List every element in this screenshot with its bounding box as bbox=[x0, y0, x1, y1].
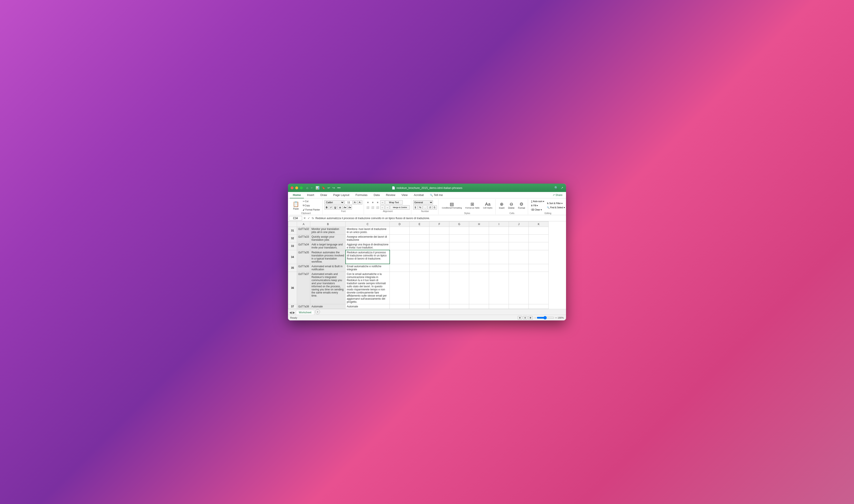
indent-btn[interactable]: ↔ bbox=[380, 200, 385, 204]
format-button[interactable]: ⚙ Format bbox=[516, 199, 527, 212]
table-row[interactable]: 33i1d77a34Add a target language and invi… bbox=[288, 242, 549, 250]
tab-formulas[interactable]: Formulas bbox=[352, 192, 370, 198]
cell-a34[interactable]: i1d77a35 bbox=[297, 250, 310, 264]
font-size-decrease[interactable]: A↓ bbox=[358, 200, 362, 204]
percent-btn[interactable]: % bbox=[418, 205, 422, 210]
home-icon[interactable]: ⌂ bbox=[306, 186, 308, 190]
cell-c34[interactable]: Redokun automatizza il processo di tradu… bbox=[346, 250, 390, 264]
row-header-32[interactable]: 32 bbox=[288, 235, 297, 242]
cell-empty-32-7[interactable] bbox=[529, 235, 549, 242]
row-header-33[interactable]: 33 bbox=[288, 242, 297, 250]
cell-empty-31-0[interactable] bbox=[390, 227, 410, 235]
cell-empty-36-2[interactable] bbox=[430, 272, 449, 304]
align-right[interactable]: ⬜ bbox=[375, 205, 380, 210]
align-top-left[interactable]: ≡ bbox=[366, 200, 370, 204]
cell-empty-36-7[interactable] bbox=[529, 272, 549, 304]
cell-c31[interactable]: Monitora i tuoi lavori di traduzione in … bbox=[346, 227, 390, 235]
cell-empty-37-1[interactable] bbox=[410, 304, 430, 309]
conditional-formatting-button[interactable]: ▤ Conditional Formatting bbox=[440, 199, 464, 212]
col-header-h[interactable]: H bbox=[469, 221, 489, 227]
align-top-right[interactable]: ≡ bbox=[375, 200, 380, 204]
increase-decimal-btn[interactable]: 0. bbox=[433, 205, 437, 210]
cell-empty-34-5[interactable] bbox=[489, 250, 509, 264]
prev-sheet-button[interactable]: ◀ bbox=[289, 311, 292, 314]
format-as-table-button[interactable]: ⊞ Format as Table bbox=[464, 199, 481, 212]
tab-view[interactable]: View bbox=[398, 192, 411, 198]
merge-centre-button[interactable]: Merge & Centre bbox=[390, 205, 410, 210]
cell-b37[interactable]: Automate bbox=[310, 304, 346, 309]
cell-empty-36-5[interactable] bbox=[489, 272, 509, 304]
row-header-37[interactable]: 37 bbox=[288, 304, 297, 309]
cut-button[interactable]: ✂Cut bbox=[302, 199, 321, 203]
col-header-c[interactable]: C bbox=[346, 221, 390, 227]
tab-insert[interactable]: Insert bbox=[304, 192, 317, 198]
page-layout-view-button[interactable]: ⊟ bbox=[523, 316, 527, 320]
font-size-input[interactable] bbox=[345, 200, 352, 204]
italic-button[interactable]: I bbox=[329, 205, 332, 210]
confirm-formula-button[interactable]: ✓ bbox=[307, 216, 310, 220]
cell-empty-37-6[interactable] bbox=[509, 304, 529, 309]
search-icon[interactable]: 🔍 bbox=[554, 186, 558, 190]
cell-a35[interactable]: i1d77a36 bbox=[297, 264, 310, 272]
cell-empty-31-7[interactable] bbox=[529, 227, 549, 235]
cell-a33[interactable]: i1d77a34 bbox=[297, 242, 310, 250]
sort-filter-button[interactable]: ⇅ Sort & Filter ▾ bbox=[546, 201, 564, 205]
find-select-button[interactable]: 🔍 Find & Select ▾ bbox=[546, 206, 566, 210]
cell-empty-33-4[interactable] bbox=[469, 242, 489, 250]
zoom-slider[interactable] bbox=[537, 316, 554, 320]
cell-c37[interactable]: Automate bbox=[346, 304, 390, 309]
cell-empty-33-7[interactable] bbox=[529, 242, 549, 250]
cell-empty-35-4[interactable] bbox=[469, 264, 489, 272]
cell-empty-37-0[interactable] bbox=[390, 304, 410, 309]
cell-empty-36-3[interactable] bbox=[449, 272, 469, 304]
cell-empty-35-5[interactable] bbox=[489, 264, 509, 272]
increase-indent[interactable]: → bbox=[385, 205, 389, 210]
clear-button[interactable]: ⌫ Clear ▾ bbox=[530, 208, 543, 212]
cell-empty-37-5[interactable] bbox=[489, 304, 509, 309]
share-button[interactable]: ↗ Share bbox=[552, 194, 563, 197]
col-header-a[interactable]: A bbox=[297, 221, 310, 227]
cell-empty-34-1[interactable] bbox=[410, 250, 430, 264]
cell-empty-35-7[interactable] bbox=[529, 264, 549, 272]
bold-button[interactable]: B bbox=[324, 205, 329, 210]
border-button[interactable]: ⊞ bbox=[338, 205, 342, 210]
cell-empty-32-5[interactable] bbox=[489, 235, 509, 242]
decrease-decimal-btn[interactable]: .0 bbox=[428, 205, 432, 210]
cell-empty-35-2[interactable] bbox=[430, 264, 449, 272]
col-header-e[interactable]: E bbox=[410, 221, 430, 227]
cell-empty-31-6[interactable] bbox=[509, 227, 529, 235]
col-header-d[interactable]: D bbox=[390, 221, 410, 227]
col-header-b[interactable]: B bbox=[310, 221, 346, 227]
paste-button[interactable]: 📋 Paste bbox=[291, 199, 301, 212]
col-header-f[interactable]: F bbox=[430, 221, 449, 227]
cell-empty-34-0[interactable] bbox=[390, 250, 410, 264]
cell-c36[interactable]: Con le email automatiche e la comunicazi… bbox=[346, 272, 390, 304]
cell-b31[interactable]: Monitor your translation jobs all in one… bbox=[310, 227, 346, 235]
copy-button[interactable]: ⧉Copy bbox=[302, 203, 321, 208]
add-sheet-button[interactable]: + bbox=[315, 309, 320, 314]
cell-b33[interactable]: Add a target language and invite your tr… bbox=[310, 242, 346, 250]
cell-empty-35-3[interactable] bbox=[449, 264, 469, 272]
cell-empty-37-2[interactable] bbox=[430, 304, 449, 309]
font-size-increase[interactable]: A↑ bbox=[353, 200, 358, 204]
cell-b35[interactable]: Automated email & Built in notification bbox=[310, 264, 346, 272]
underline-button[interactable]: U bbox=[333, 205, 338, 210]
cell-empty-33-6[interactable] bbox=[509, 242, 529, 250]
font-color-button[interactable]: A▾ bbox=[348, 205, 352, 210]
table-row[interactable]: 31i1d77a32Monitor your translation jobs … bbox=[288, 227, 549, 235]
table-row[interactable]: 35i1d77a36Automated email & Built in not… bbox=[288, 264, 549, 272]
share-icon[interactable]: ↗ bbox=[561, 186, 563, 190]
table-row[interactable]: 36i1d77a37Automated emails and Redokun's… bbox=[288, 272, 549, 304]
align-top-center[interactable]: ≡ bbox=[370, 200, 375, 204]
close-button[interactable] bbox=[291, 186, 293, 189]
cell-empty-33-2[interactable] bbox=[430, 242, 449, 250]
wrap-text-button[interactable]: Wrap Text bbox=[385, 200, 403, 204]
tab-data[interactable]: Data bbox=[370, 192, 383, 198]
next-sheet-button[interactable]: ▶ bbox=[293, 311, 295, 314]
tab-page-layout[interactable]: Page Layout bbox=[330, 192, 352, 198]
maximize-button[interactable] bbox=[300, 186, 303, 189]
cell-empty-37-7[interactable] bbox=[529, 304, 549, 309]
cell-empty-36-1[interactable] bbox=[410, 272, 430, 304]
row-header-36[interactable]: 36 bbox=[288, 272, 297, 304]
cell-c32[interactable]: Assegna velocemente dei lavori di traduz… bbox=[346, 235, 390, 242]
